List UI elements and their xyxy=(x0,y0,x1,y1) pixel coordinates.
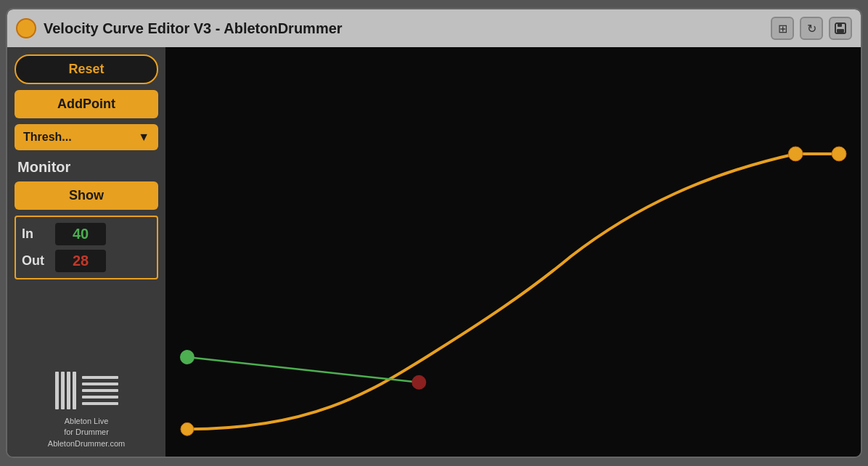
logo-graphic xyxy=(21,365,152,416)
out-row: Out 28 xyxy=(22,250,151,272)
svg-line-3 xyxy=(187,357,419,383)
svg-point-6 xyxy=(788,147,803,161)
canvas-area[interactable] xyxy=(165,47,861,457)
title-bar: Velocity Curve Editor V3 - AbletonDrumme… xyxy=(7,9,861,47)
in-row: In 40 xyxy=(22,223,151,245)
main-area: Reset AddPoint Thresh... ▼ Monitor Show … xyxy=(7,47,861,457)
svg-point-8 xyxy=(181,422,194,436)
window-icon-button[interactable]: ⊞ xyxy=(771,17,794,40)
main-window: Velocity Curve Editor V3 - AbletonDrumme… xyxy=(6,8,862,458)
title-circle-icon xyxy=(16,18,36,38)
threshold-button[interactable]: Thresh... ▼ xyxy=(15,124,158,150)
window-title: Velocity Curve Editor V3 - AbletonDrumme… xyxy=(44,20,343,37)
velocity-curve-svg xyxy=(165,47,861,457)
refresh-icon-button[interactable]: ↻ xyxy=(800,17,823,40)
svg-rect-2 xyxy=(837,29,844,33)
threshold-label: Thresh... xyxy=(23,131,72,144)
in-label: In xyxy=(22,226,48,242)
title-icons: ⊞ ↻ xyxy=(771,17,852,40)
svg-point-4 xyxy=(180,350,195,364)
svg-rect-1 xyxy=(838,23,842,27)
threshold-dropdown-icon: ▼ xyxy=(138,131,150,144)
show-button[interactable]: Show xyxy=(15,181,158,210)
in-out-box: In 40 Out 28 xyxy=(15,216,158,279)
in-value: 40 xyxy=(55,223,106,245)
logo-area: Ableton Live for Drummer AbletonDrummer.… xyxy=(15,359,158,449)
title-left: Velocity Curve Editor V3 - AbletonDrumme… xyxy=(16,18,343,38)
svg-point-7 xyxy=(832,147,846,161)
sidebar: Reset AddPoint Thresh... ▼ Monitor Show … xyxy=(7,47,165,457)
out-label: Out xyxy=(22,253,48,269)
reset-button[interactable]: Reset xyxy=(15,54,158,84)
save-icon-button[interactable] xyxy=(829,17,852,40)
addpoint-button[interactable]: AddPoint xyxy=(15,90,158,118)
monitor-label: Monitor xyxy=(15,156,158,176)
svg-point-5 xyxy=(412,375,426,390)
logo-text: Ableton Live for Drummer AbletonDrummer.… xyxy=(48,416,125,449)
out-value: 28 xyxy=(55,250,106,272)
